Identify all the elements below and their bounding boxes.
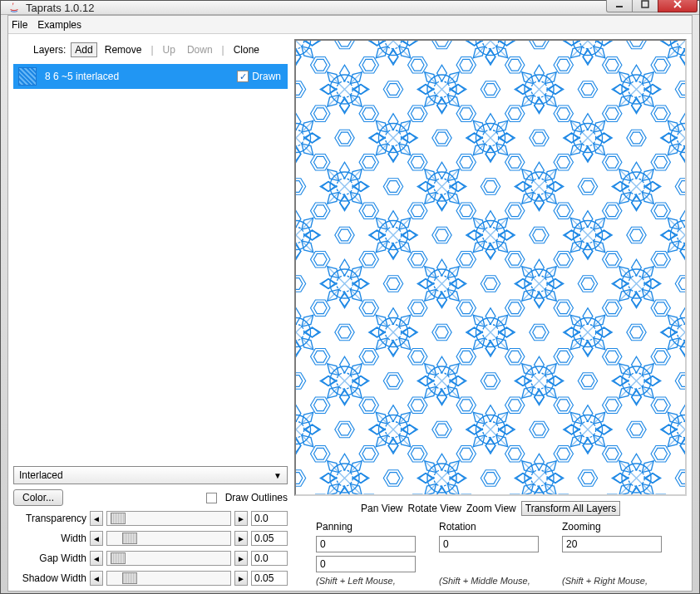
slider-left-button[interactable]: ◄	[90, 571, 103, 586]
toolbar-separator: |	[222, 44, 224, 56]
shadow-width-input[interactable]	[251, 571, 288, 586]
svg-rect-1	[642, 1, 648, 7]
gap-width-input[interactable]	[251, 551, 288, 566]
width-label: Width	[13, 533, 86, 544]
slider-right-button[interactable]: ►	[234, 571, 248, 586]
layer-properties: Interlaced ▼ Color... Draw Outlines Tran…	[13, 461, 288, 586]
width-slider[interactable]	[106, 531, 231, 546]
gap-width-row: Gap Width ◄ ►	[13, 551, 288, 566]
hint-row: (Shift + Left Mouse, (Shift + Middle Mou…	[294, 574, 687, 586]
slider-right-button[interactable]: ►	[234, 551, 248, 566]
color-row: Color... Draw Outlines	[13, 489, 288, 506]
rotation-label: Rotation	[439, 521, 552, 533]
svg-rect-6	[296, 41, 685, 494]
pan-hint: (Shift + Left Mouse,	[316, 576, 439, 586]
transform-grid: Panning Rotation Zooming	[294, 519, 687, 574]
left-panel: Layers: Add Remove | Up Down | Clone 8 6…	[13, 39, 288, 586]
view-toolbar: Pan View Rotate View Zoom View Transform…	[294, 496, 687, 519]
draw-outlines-checkbox[interactable]	[206, 493, 217, 503]
gap-width-slider[interactable]	[106, 551, 231, 566]
color-button[interactable]: Color...	[13, 489, 63, 506]
transparency-input[interactable]	[251, 511, 288, 526]
maximize-button[interactable]	[632, 0, 658, 12]
slider-left-button[interactable]: ◄	[90, 511, 103, 526]
window-title: Taprats 1.0.12	[26, 2, 607, 14]
layers-label: Layers:	[33, 44, 66, 56]
style-dropdown[interactable]: Interlaced ▼	[13, 466, 288, 484]
remove-layer-button[interactable]: Remove	[101, 42, 146, 57]
slider-right-button[interactable]: ►	[234, 531, 248, 546]
zoom-hint: (Shift + Right Mouse,	[562, 576, 685, 586]
add-layer-button[interactable]: Add	[71, 42, 96, 57]
rotation-input[interactable]	[439, 536, 539, 552]
shadow-width-slider[interactable]	[106, 571, 231, 586]
zooming-label: Zooming	[562, 521, 675, 533]
width-row: Width ◄ ►	[13, 531, 288, 546]
draw-outlines-label: Draw Outlines	[225, 492, 288, 503]
slider-right-button[interactable]: ►	[234, 511, 248, 526]
slider-left-button[interactable]: ◄	[90, 551, 103, 566]
slider-thumb[interactable]	[122, 533, 137, 544]
zoom-view-button[interactable]: Zoom View	[466, 503, 516, 514]
zoom-input[interactable]	[562, 536, 662, 552]
gap-width-label: Gap Width	[13, 552, 86, 564]
toolbar-separator: |	[150, 44, 153, 56]
style-dropdown-value: Interlaced	[19, 469, 63, 481]
slider-thumb[interactable]	[122, 572, 137, 584]
layers-toolbar: Layers: Add Remove | Up Down | Clone	[13, 39, 288, 64]
pan-y-input[interactable]	[316, 556, 416, 572]
width-input[interactable]	[251, 531, 288, 546]
pattern-svg	[296, 41, 685, 494]
slider-thumb[interactable]	[111, 513, 126, 524]
java-icon	[7, 1, 21, 14]
layer-drawn-checkbox[interactable]: ✓	[237, 71, 249, 82]
shadow-width-row: Shadow Width ◄ ►	[13, 571, 288, 586]
transparency-label: Transparency	[13, 513, 86, 524]
pan-view-button[interactable]: Pan View	[361, 503, 402, 514]
window-controls	[607, 0, 699, 14]
pan-x-input[interactable]	[316, 536, 416, 552]
layer-down-button[interactable]: Down	[183, 42, 217, 57]
layer-row[interactable]: 8 6 ~5 interlaced ✓ Drawn	[13, 64, 288, 89]
pattern-canvas[interactable]	[294, 39, 687, 496]
layer-name: 8 6 ~5 interlaced	[45, 71, 237, 82]
rotate-hint: (Shift + Middle Mouse,	[439, 576, 562, 586]
transparency-row: Transparency ◄ ►	[13, 511, 288, 526]
layer-list[interactable]: 8 6 ~5 interlaced ✓ Drawn	[13, 64, 288, 461]
slider-thumb[interactable]	[111, 552, 126, 564]
transform-all-layers-button[interactable]: Transform All Layers	[521, 501, 621, 516]
minimize-button[interactable]	[606, 0, 633, 12]
menubar: File Examples	[8, 16, 692, 34]
close-button[interactable]	[658, 0, 698, 12]
menu-examples[interactable]: Examples	[37, 19, 81, 31]
shadow-width-label: Shadow Width	[13, 572, 86, 584]
clone-layer-button[interactable]: Clone	[229, 42, 264, 57]
menu-file[interactable]: File	[12, 19, 27, 31]
slider-left-button[interactable]: ◄	[90, 531, 103, 546]
layer-drawn-label: Drawn	[252, 71, 281, 82]
right-panel: Pan View Rotate View Zoom View Transform…	[294, 39, 687, 586]
chevron-down-icon: ▼	[274, 471, 282, 480]
layer-up-button[interactable]: Up	[159, 42, 180, 57]
content: Layers: Add Remove | Up Down | Clone 8 6…	[8, 34, 692, 591]
svg-rect-0	[616, 6, 623, 7]
transparency-slider[interactable]	[106, 511, 231, 526]
rotate-view-button[interactable]: Rotate View	[407, 503, 461, 514]
titlebar[interactable]: Taprats 1.0.12	[1, 1, 699, 15]
panning-label: Panning	[316, 521, 429, 533]
client-area: File Examples Layers: Add Remove | Up Do…	[7, 15, 693, 592]
app-window: Taprats 1.0.12 File Examples Layers: Add	[0, 0, 700, 594]
layer-swatch	[18, 67, 37, 86]
